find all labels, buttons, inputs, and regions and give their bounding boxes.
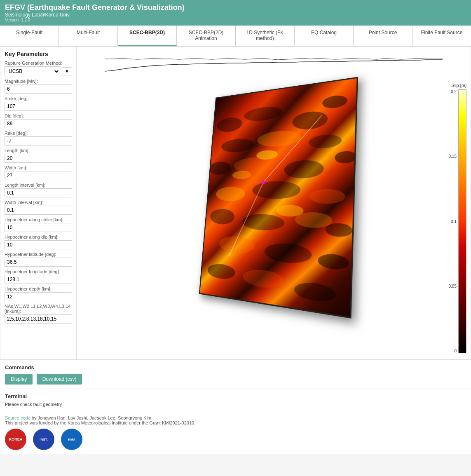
- hypo-lon-input[interactable]: [5, 275, 72, 284]
- svg-point-24: [294, 281, 336, 304]
- tab-single-fault[interactable]: Single-Fault: [0, 26, 59, 46]
- hypo-strike-label: Hypocetner along strike [km]:: [5, 217, 72, 222]
- svg-rect-0: [200, 79, 356, 316]
- colorbar-tick-1: 0.15: [449, 154, 457, 159]
- footer-section: Source code by Jongwon Han, Lav Joshi, J…: [0, 411, 471, 454]
- svg-point-2: [244, 105, 282, 123]
- hypo-depth-input[interactable]: [5, 292, 72, 301]
- colorbar: Slip [m] 0.2 0.15 0.1 0.05 0: [449, 83, 466, 371]
- svg-point-6: [257, 129, 301, 148]
- hypo-dip-label: Hypocetner along dip [km]:: [5, 234, 72, 239]
- length-interval-input[interactable]: [5, 188, 72, 197]
- nas-label: NAs,W1,W2,L1,L2,W3,W4,L3,L4 [Inkura]:: [5, 304, 72, 314]
- svg-point-30: [262, 180, 265, 184]
- tab-scec-bbp-3d[interactable]: SCEC-BBP(3D): [118, 26, 177, 46]
- hypo-strike-input[interactable]: [5, 223, 72, 232]
- svg-point-26: [276, 205, 304, 217]
- magnitude-label: Magnitude [Mw]:: [5, 79, 72, 84]
- fault-3d-wrapper: [81, 83, 466, 301]
- terminal-title: Terminal: [5, 393, 466, 399]
- magnitude-input[interactable]: [5, 84, 72, 94]
- svg-point-21: [318, 253, 349, 271]
- tab-bar: Single-Fault Multi-Fault SCEC-BBP(3D) SC…: [0, 26, 471, 47]
- app-header: EFGV (Earthquake Fault Generator & Visua…: [0, 0, 471, 26]
- dip-label: Dip [deg]:: [5, 113, 72, 118]
- width-interval-input[interactable]: [5, 206, 72, 215]
- hypo-dip-input[interactable]: [5, 240, 72, 249]
- tab-multi-fault[interactable]: Multi-Fault: [59, 26, 118, 46]
- hypo-lat-label: Hypocetner latitude [deg]:: [5, 252, 72, 257]
- svg-point-14: [309, 189, 345, 204]
- app-subtitle: Seismology Lab@Korea Univ.: [5, 12, 466, 18]
- footer-credits-text: by Jongwon Han, Lav Joshi, Jaeseok Lee, …: [30, 415, 153, 420]
- strike-label: Strike [deg]:: [5, 96, 72, 101]
- fault-3d-visual: [199, 77, 358, 318]
- left-panel: Key Parameters Rupture Generation Method…: [0, 47, 77, 359]
- colorbar-bar: [458, 89, 466, 353]
- svg-point-5: [221, 138, 254, 153]
- tab-point-source[interactable]: Point Source: [354, 26, 412, 46]
- svg-point-16: [242, 213, 285, 232]
- svg-line-29: [263, 115, 322, 182]
- commands-section: Commands Display Download (csv): [0, 360, 471, 389]
- hypo-lon-label: Hypocetner longitude [deg]:: [5, 269, 72, 274]
- svg-point-18: [325, 223, 352, 237]
- length-input[interactable]: [5, 154, 72, 163]
- width-interval-label: Width interval [km]:: [5, 200, 72, 205]
- svg-point-9: [234, 157, 272, 174]
- svg-point-25: [256, 150, 278, 160]
- tab-eq-catalog[interactable]: EQ Catalog: [295, 26, 354, 46]
- colorbar-ticks: 0.2 0.15 0.1 0.05 0: [449, 89, 458, 353]
- terminal-message: Please check fault geometry.: [5, 402, 466, 407]
- colorbar-tick-3: 0.05: [449, 284, 457, 288]
- terminal-section: Terminal Please check fault geometry.: [0, 389, 471, 411]
- logo-inst: INST.: [33, 429, 54, 450]
- hypo-lat-input[interactable]: [5, 258, 72, 267]
- svg-point-7: [308, 134, 342, 149]
- rake-input[interactable]: [5, 136, 72, 145]
- main-content: Key Parameters Rupture Generation Method…: [0, 47, 471, 360]
- svg-point-17: [295, 212, 333, 229]
- download-button[interactable]: Download (csv): [37, 374, 82, 385]
- tab-1d-synthetic[interactable]: 1D Synthetic (FK method): [236, 26, 295, 46]
- commands-title: Commands: [5, 364, 466, 370]
- svg-point-22: [207, 263, 236, 281]
- waveform-area: [81, 51, 466, 80]
- app-version: Version: 1.2.0: [5, 18, 466, 22]
- logo-kma: KMA: [61, 429, 82, 450]
- svg-point-4: [322, 94, 348, 110]
- width-label: Width [km]:: [5, 165, 72, 170]
- svg-point-20: [264, 242, 312, 265]
- length-label: Length [km]:: [5, 148, 72, 153]
- svg-point-11: [335, 150, 357, 164]
- params-title: Key Parameters: [5, 51, 72, 57]
- display-button[interactable]: Display: [5, 374, 33, 385]
- nas-input[interactable]: [5, 314, 72, 324]
- svg-point-3: [292, 110, 328, 131]
- dip-input[interactable]: [5, 119, 72, 128]
- colorbar-tick-0: 0.2: [451, 89, 457, 94]
- source-code-link[interactable]: Source code: [5, 415, 30, 420]
- rake-label: Rake [deg]:: [5, 131, 72, 136]
- hypo-depth-label: Hypocetner depth [km]:: [5, 286, 72, 291]
- svg-point-27: [232, 171, 251, 179]
- right-panel: Slip [m] 0.2 0.15 0.1 0.05 0: [77, 47, 471, 359]
- tab-finite-fault[interactable]: Finite Fault Source: [412, 26, 471, 46]
- rupture-method-label: Rupture Generation Method:: [5, 61, 72, 66]
- rupture-method-dropdown-btn[interactable]: ▼: [62, 67, 72, 75]
- footer-credits: Source code by Jongwon Han, Lav Joshi, J…: [5, 415, 466, 425]
- length-interval-label: Length interval [km]:: [5, 183, 72, 188]
- svg-point-23: [242, 268, 284, 290]
- svg-point-15: [210, 209, 235, 225]
- footer-grant-text: This project was funded by the Korea Met…: [5, 420, 195, 425]
- rupture-method-select[interactable]: UCSB: [5, 66, 60, 76]
- colorbar-tick-2: 0.1: [451, 219, 457, 224]
- svg-point-1: [216, 116, 242, 133]
- tab-scec-bbp-2d[interactable]: SCEC-BBP(2D) Animation: [177, 26, 236, 46]
- strike-input[interactable]: [5, 102, 72, 111]
- svg-point-8: [209, 161, 231, 175]
- width-input[interactable]: [5, 171, 72, 180]
- logo-korea: KOREA: [5, 429, 26, 450]
- colorbar-tick-4: 0: [454, 349, 457, 353]
- svg-point-13: [252, 181, 301, 199]
